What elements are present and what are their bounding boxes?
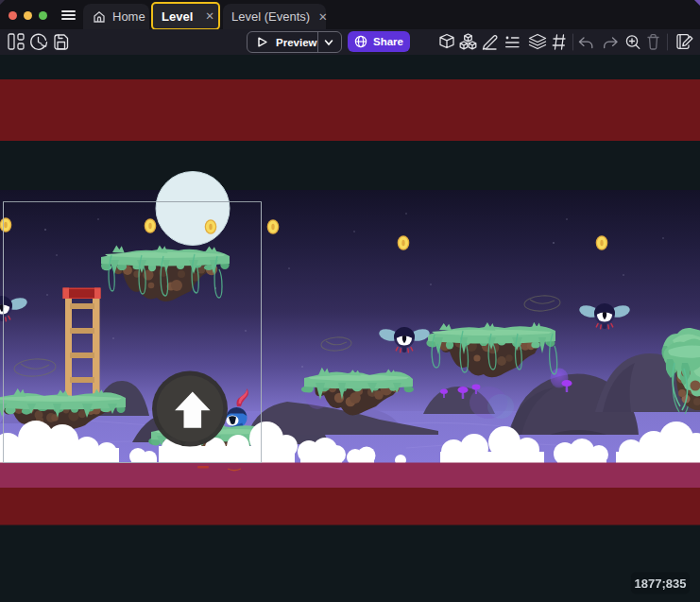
- svg-text:1877;835: 1877;835: [635, 576, 687, 591]
